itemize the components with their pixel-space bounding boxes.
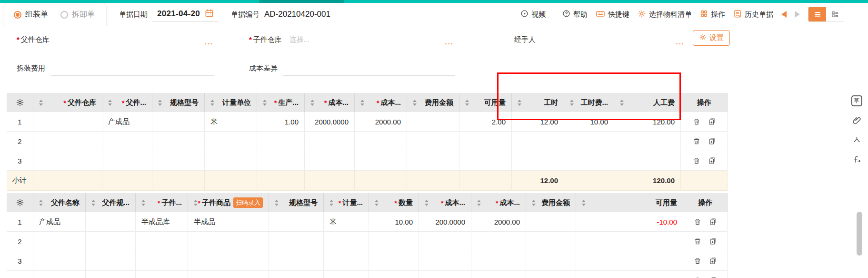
cell-work-hours[interactable] — [512, 132, 564, 151]
cell-child-item[interactable] — [188, 232, 269, 251]
cell-parent-name[interactable] — [33, 271, 86, 278]
sort-caret-icon[interactable] — [570, 100, 574, 106]
next-page-arrow-icon[interactable] — [795, 11, 800, 18]
cost-diff-input[interactable] — [283, 62, 455, 76]
copy-row-icon[interactable] — [709, 257, 717, 265]
delete-row-icon[interactable] — [693, 157, 700, 165]
col-header-prod-qty[interactable]: *生产... — [257, 93, 305, 112]
col-header-unit[interactable]: *计量... — [324, 193, 369, 212]
col-header-work-hours[interactable]: 工时 — [512, 93, 564, 112]
cell-unit[interactable] — [324, 271, 369, 278]
cell-child-warehouse[interactable] — [136, 271, 188, 278]
cell-available-qty[interactable] — [576, 251, 683, 271]
settings-button[interactable]: 设置 — [693, 30, 730, 46]
cell-fee-amount[interactable] — [526, 271, 576, 278]
sort-caret-icon[interactable] — [360, 100, 364, 106]
cell-cost-price[interactable] — [419, 251, 471, 271]
fee-field[interactable]: 拆装费用 — [17, 62, 214, 76]
col-header-labor-cost[interactable]: 人工费 — [614, 93, 681, 112]
cell-spec-model[interactable] — [152, 132, 205, 151]
cell-labor-cost[interactable] — [614, 132, 681, 151]
sort-caret-icon[interactable] — [39, 200, 43, 206]
parent-warehouse-input[interactable]: ... — [55, 34, 214, 47]
cell-available-qty[interactable]: 2.00 — [459, 112, 512, 132]
sort-caret-icon[interactable] — [194, 200, 198, 206]
sort-caret-icon[interactable] — [210, 100, 214, 106]
cell-available-qty[interactable] — [576, 232, 683, 251]
sort-caret-icon[interactable] — [518, 100, 521, 106]
cell-child-item[interactable] — [188, 271, 269, 278]
copy-row-icon[interactable] — [708, 157, 716, 165]
sort-caret-icon[interactable] — [158, 100, 162, 106]
list-view-button[interactable] — [808, 7, 826, 21]
draft-note-icon[interactable]: 草 — [849, 93, 864, 108]
sort-caret-icon[interactable] — [39, 100, 43, 106]
cell-work-hours[interactable] — [512, 151, 564, 171]
col-header-parent-item[interactable]: *父件... — [102, 93, 152, 112]
sort-caret-icon[interactable] — [91, 200, 95, 206]
sort-caret-icon[interactable] — [582, 200, 586, 206]
handler-field[interactable]: 经手人 ... — [514, 34, 686, 47]
cell-cost-price[interactable] — [305, 151, 355, 171]
child-warehouse-input[interactable]: 选择... ... — [288, 34, 455, 47]
cell-parent-item[interactable] — [102, 132, 152, 151]
cell-parent-warehouse[interactable] — [33, 112, 102, 132]
radio-disassembly-order[interactable]: 拆卸单 — [60, 10, 95, 20]
cell-unit[interactable] — [205, 132, 257, 151]
cell-qty[interactable]: 10.00 — [369, 212, 419, 232]
doc-date-field[interactable]: 2021-04-20 — [152, 7, 219, 22]
cell-spec-model[interactable] — [152, 112, 205, 132]
vertical-scrollbar-thumb[interactable] — [857, 212, 862, 256]
history-link[interactable]: 历史单据 — [733, 10, 773, 20]
cell-available-qty[interactable] — [459, 132, 512, 151]
cell-parent-name[interactable]: 产成品 — [33, 212, 86, 232]
child-warehouse-picker-ellipsis[interactable]: ... — [445, 38, 454, 46]
cost-diff-field[interactable]: 成本差异 — [249, 62, 455, 76]
cell-available-qty[interactable] — [576, 271, 683, 278]
cell-qty[interactable] — [369, 271, 419, 278]
cell-qty[interactable] — [369, 251, 419, 271]
cell-unit[interactable]: 米 — [324, 212, 369, 232]
cell-available-qty[interactable]: -10.00 — [576, 212, 683, 232]
cell-spec-model[interactable] — [152, 151, 205, 171]
cell-spec-model[interactable] — [269, 271, 324, 278]
prev-page-arrow-icon[interactable] — [781, 11, 787, 18]
cell-child-warehouse[interactable]: 半成品库 — [136, 212, 188, 232]
cell-labor-cost[interactable]: 120.00 — [614, 112, 681, 132]
cell-hour-fee[interactable] — [564, 151, 614, 171]
col-header-fee-amount[interactable]: 费用金额 — [526, 193, 576, 212]
cell-work-hours[interactable]: 12.00 — [512, 112, 564, 132]
sort-caret-icon[interactable] — [620, 100, 624, 106]
cell-child-warehouse[interactable] — [136, 251, 188, 271]
handler-input[interactable]: ... — [541, 34, 686, 47]
cell-fee-amount[interactable] — [407, 112, 459, 132]
cell-cost-amount[interactable] — [355, 132, 407, 151]
shortcuts-link[interactable]: 快捷键 — [596, 9, 629, 20]
cell-parent-spec[interactable] — [86, 212, 136, 232]
col-header-hour-fee[interactable]: 工时费... — [564, 93, 614, 112]
sort-caret-icon[interactable] — [477, 200, 481, 206]
cell-cost-amount[interactable]: 2000.00 — [355, 112, 407, 132]
cell-parent-spec[interactable] — [86, 251, 136, 271]
cell-cost-amount[interactable] — [471, 271, 526, 278]
actions-link[interactable]: 操作 — [700, 10, 725, 19]
cell-cost-amount[interactable] — [355, 151, 407, 171]
cell-qty[interactable] — [369, 232, 419, 251]
cell-cost-price[interactable] — [305, 132, 355, 151]
cell-prod-qty[interactable] — [257, 132, 305, 151]
col-header-qty[interactable]: *数量 — [369, 193, 419, 212]
sort-caret-icon[interactable] — [108, 100, 112, 106]
sort-caret-icon[interactable] — [375, 200, 379, 206]
cell-fee-amount[interactable] — [526, 232, 576, 251]
sort-caret-icon[interactable] — [425, 200, 429, 206]
handler-picker-ellipsis[interactable]: ... — [676, 38, 685, 46]
delete-row-icon[interactable] — [693, 137, 700, 145]
col-header-cost-price[interactable]: *成本... — [419, 193, 471, 212]
delete-row-icon[interactable] — [694, 257, 701, 265]
cell-prod-qty[interactable]: 1.00 — [257, 112, 305, 132]
cell-unit[interactable]: 米 — [205, 112, 257, 132]
col-header-cost-price[interactable]: *成本... — [305, 93, 355, 112]
sort-caret-icon[interactable] — [263, 100, 267, 106]
col-header-cost-amount[interactable]: *成本... — [355, 93, 407, 112]
col-header-spec-model[interactable]: 规格型号 — [152, 93, 205, 112]
